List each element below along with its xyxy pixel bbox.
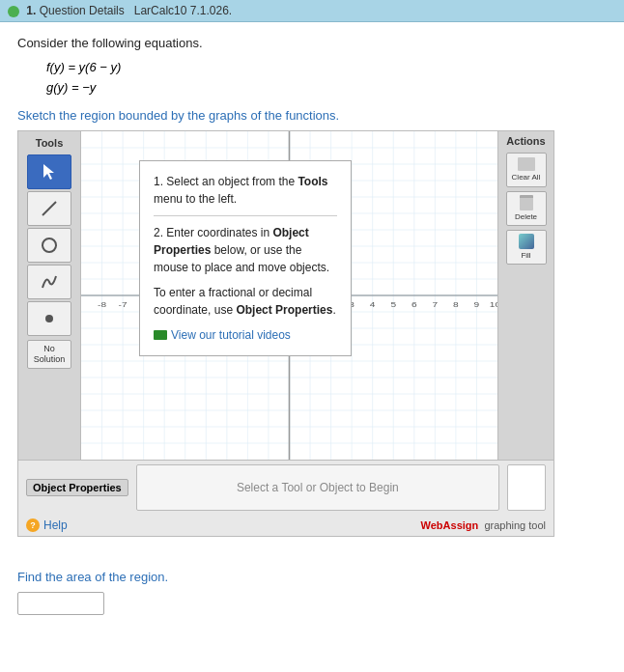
- tutorial-link-wrapper[interactable]: View our tutorial videos: [154, 326, 337, 344]
- equations: f(y) = y(6 − y) g(y) = −y: [46, 58, 607, 98]
- pointer-icon: [40, 162, 59, 182]
- course-label: LarCalc10 7.1.026.: [134, 4, 232, 17]
- obj-prop-bold2: Object Properties: [236, 303, 332, 317]
- object-properties-bar: Object Properties Select a Tool or Objec…: [18, 460, 553, 515]
- svg-marker-0: [43, 164, 54, 180]
- svg-point-3: [45, 315, 53, 322]
- find-area-text: Find the area of the region.: [17, 570, 607, 584]
- svg-text:6: 6: [411, 300, 417, 309]
- bottom-bar: ? Help WebAssign graphing tool: [18, 515, 553, 536]
- answer-input[interactable]: [17, 592, 104, 615]
- clear-all-label: Clear All: [512, 173, 541, 182]
- equation-2: g(y) = −y: [46, 78, 607, 98]
- actions-label: Actions: [506, 135, 545, 147]
- sketch-instruction: Sketch the region bounded by the graphs …: [17, 108, 607, 123]
- tutorial-link-text: View our tutorial videos: [171, 326, 291, 344]
- help-icon: ?: [26, 518, 40, 532]
- svg-text:-7: -7: [119, 300, 128, 309]
- svg-text:8: 8: [453, 300, 459, 309]
- object-properties-label: Object Properties: [26, 479, 128, 496]
- object-properties-placeholder: Select a Tool or Object to Begin: [237, 481, 399, 494]
- help-label: Help: [43, 518, 68, 532]
- popup-divider: [154, 215, 337, 216]
- graph-area[interactable]: 8 7 -8 -7 -6 -5 -4 -3 -2 -1 1 2 3 4 5 6: [81, 131, 497, 460]
- tools-panel: Tools: [18, 131, 81, 460]
- find-area-section: Find the area of the region.: [0, 550, 624, 634]
- tools-bold: Tools: [298, 175, 327, 188]
- webassign-credit: WebAssign graphing tool: [421, 519, 546, 531]
- svg-text:7: 7: [433, 300, 439, 309]
- point-icon: [40, 309, 59, 328]
- problem-intro: Consider the following equations.: [17, 36, 607, 50]
- object-properties-thumbnail: [507, 464, 546, 511]
- instruction-step3: To enter a fractional or decimal coordin…: [154, 284, 337, 319]
- tutorial-link[interactable]: View our tutorial videos: [154, 326, 337, 344]
- instruction-step1: 1. Select an object from the Tools menu …: [154, 173, 337, 208]
- point-tool[interactable]: [27, 301, 71, 336]
- no-solution-button[interactable]: NoSolution: [27, 340, 71, 369]
- graphing-tool-label: graphing tool: [484, 519, 546, 531]
- help-link[interactable]: ? Help: [26, 518, 68, 532]
- clear-all-icon: [518, 157, 535, 171]
- delete-label: Delete: [515, 212, 537, 221]
- bullet-icon: [8, 6, 19, 17]
- question-label: Question Details: [40, 4, 125, 17]
- webassign-brand: WebAssign: [421, 519, 479, 531]
- fill-label: Fill: [521, 251, 530, 260]
- question-number: 1.: [26, 4, 36, 17]
- object-properties-input[interactable]: Select a Tool or Object to Begin: [136, 464, 499, 511]
- delete-button[interactable]: Delete: [506, 191, 547, 226]
- svg-text:9: 9: [474, 300, 480, 309]
- clear-all-button[interactable]: Clear All: [506, 153, 547, 187]
- svg-text:4: 4: [370, 300, 376, 309]
- pointer-tool[interactable]: [27, 154, 71, 189]
- curve-tool[interactable]: [27, 265, 71, 299]
- instruction-step2: 2. Enter coordinates in Object Propertie…: [154, 224, 337, 276]
- delete-icon: [520, 195, 533, 210]
- header-bar: 1. Question Details LarCalc10 7.1.026.: [0, 0, 624, 22]
- line-tool[interactable]: [27, 191, 71, 226]
- film-icon: [154, 330, 167, 340]
- obj-prop-bold: Object Properties: [154, 226, 309, 257]
- instruction-popup: 1. Select an object from the Tools menu …: [139, 160, 352, 356]
- tool-area: Tools: [18, 131, 553, 460]
- actions-panel: Actions Clear All Delete Fill: [497, 131, 553, 460]
- equation-1: f(y) = y(6 − y): [46, 58, 607, 78]
- graphing-tool: Tools: [17, 130, 554, 537]
- svg-line-1: [43, 202, 56, 215]
- circle-icon: [40, 236, 59, 255]
- svg-text:5: 5: [390, 300, 396, 309]
- circle-tool[interactable]: [27, 228, 71, 263]
- no-solution-label: NoSolution: [34, 344, 66, 365]
- line-icon: [40, 199, 59, 218]
- fill-icon: [519, 234, 534, 249]
- curve-icon: [40, 272, 59, 292]
- svg-text:-8: -8: [98, 300, 106, 309]
- svg-point-2: [43, 238, 56, 252]
- tools-label: Tools: [22, 135, 76, 151]
- main-content: Consider the following equations. f(y) =…: [0, 22, 624, 550]
- svg-text:10: 10: [490, 300, 497, 309]
- fill-button[interactable]: Fill: [506, 230, 547, 265]
